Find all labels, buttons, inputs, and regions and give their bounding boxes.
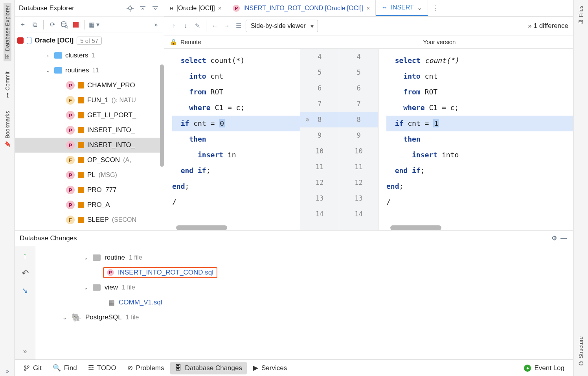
chevron-down-icon[interactable]: ⌄ bbox=[417, 4, 422, 11]
routine-name: OP_SCON bbox=[87, 156, 120, 164]
more-icon[interactable]: » bbox=[151, 20, 161, 29]
proc-badge-icon: P bbox=[233, 5, 240, 12]
tool-tab-label: Structure bbox=[578, 336, 584, 359]
target-icon[interactable] bbox=[125, 4, 135, 13]
expand-icon[interactable]: » bbox=[3, 367, 12, 376]
routine-param: (SECON bbox=[112, 216, 136, 223]
close-icon[interactable]: × bbox=[218, 5, 222, 11]
routine-badge-icon: F bbox=[66, 96, 75, 105]
routine-icon bbox=[78, 97, 84, 103]
routine-name: FUN_1 bbox=[87, 96, 108, 104]
more-icon[interactable]: » bbox=[23, 347, 27, 356]
routine-name: PRO_A bbox=[87, 201, 110, 209]
stop-icon[interactable] bbox=[71, 20, 81, 29]
routine-name: GET_LI_PORT_ bbox=[87, 111, 136, 119]
table-view-icon[interactable]: ▦ ▾ bbox=[89, 20, 99, 29]
svg-point-0 bbox=[129, 7, 132, 10]
minimize-icon[interactable]: — bbox=[559, 234, 568, 243]
changes-tree[interactable]: ⌄ routine 1 file P INSERT_INTO_ROT_COND.… bbox=[35, 246, 573, 359]
routine-item[interactable]: PCHAMMY_PRO bbox=[15, 78, 164, 93]
database-explorer-panel: Database Explorer ＋ ⧉ ⟳ bbox=[15, 0, 164, 230]
bookmark-icon: 🔖 bbox=[4, 141, 11, 147]
routine-item[interactable]: FOP_SCON(A, bbox=[15, 153, 164, 168]
editor-tab[interactable]: P INSERT_INTO_ROT_COND [Oracle [OCI]] × bbox=[227, 0, 376, 16]
status-git[interactable]: Git bbox=[19, 362, 46, 374]
revert-icon[interactable]: ↶ bbox=[22, 268, 29, 278]
status-event-log[interactable]: ● Event Log bbox=[519, 362, 569, 374]
tool-tab-structure[interactable]: ⌬ Structure bbox=[577, 334, 585, 368]
warning-icon: ⊘ bbox=[127, 364, 133, 372]
routine-name: INSERT_INTO_ bbox=[87, 126, 135, 134]
routine-item[interactable]: PGET_LI_PORT_ bbox=[15, 108, 164, 123]
status-services[interactable]: ▶ Services bbox=[248, 361, 292, 374]
remote-code-col[interactable]: select count(*) into cnt from ROT where … bbox=[164, 49, 300, 230]
arrow-up-icon[interactable]: ↑ bbox=[169, 21, 178, 31]
tool-tab-files[interactable]: 🗂 Files bbox=[577, 3, 585, 28]
routine-badge-icon: P bbox=[66, 111, 75, 120]
chevron-down-icon[interactable]: ⌄ bbox=[61, 315, 68, 321]
routine-item[interactable]: PINSERT_INTO_ bbox=[15, 123, 164, 138]
status-find[interactable]: 🔍 Find bbox=[48, 361, 82, 374]
status-db-changes[interactable]: 🗄 Database Changes bbox=[170, 362, 247, 374]
local-code-col[interactable]: select count(*) into cnt from ROT where … bbox=[379, 49, 573, 230]
routine-item[interactable]: PPRO_777 bbox=[15, 182, 164, 197]
editor-pane: e [Oracle [OCI]] × P INSERT_INTO_ROT_CON… bbox=[164, 0, 573, 230]
refresh-icon[interactable]: ⟳ bbox=[48, 20, 57, 29]
view-mode-select[interactable]: Side-by-side viewer bbox=[246, 20, 318, 32]
collapse-all-icon[interactable] bbox=[138, 4, 147, 13]
new-datasource-icon[interactable]: ＋ bbox=[18, 20, 28, 29]
file-name[interactable]: COMM_V1.sql bbox=[119, 299, 162, 306]
tool-tab-commit[interactable]: ⊶ Commit bbox=[4, 69, 11, 101]
routine-name: PL bbox=[87, 171, 96, 179]
submit-icon[interactable]: ↑ bbox=[23, 251, 27, 261]
routine-item[interactable]: PPL(MSG) bbox=[15, 168, 164, 182]
routine-name: INSERT_INTO_ bbox=[87, 141, 135, 149]
tool-tab-bookmarks[interactable]: 🔖 Bookmarks bbox=[4, 109, 11, 150]
list-icon[interactable]: ☰ bbox=[234, 21, 243, 31]
folder-icon bbox=[54, 52, 62, 59]
scrollbar[interactable] bbox=[176, 225, 227, 230]
svg-line-9 bbox=[67, 28, 68, 28]
right-tool-gutter: 🗂 Files ⌬ Structure bbox=[573, 0, 588, 376]
expand-all-icon[interactable] bbox=[151, 4, 160, 13]
back-icon[interactable]: ← bbox=[210, 21, 220, 31]
close-icon[interactable]: × bbox=[367, 5, 370, 11]
routine-param: (MSG) bbox=[99, 171, 117, 179]
datasource-props-icon[interactable] bbox=[59, 20, 69, 29]
editor-tab-active[interactable]: ↔ INSERT ⌄ bbox=[376, 0, 428, 16]
sb-label: Database Changes bbox=[185, 364, 242, 372]
chevron-down-icon[interactable]: ⌄ bbox=[45, 68, 51, 74]
status-todo[interactable]: ☲ TODO bbox=[83, 361, 121, 374]
routine-item[interactable]: PINSERT_INTO_ bbox=[15, 138, 164, 153]
branch-icon bbox=[24, 365, 30, 371]
chevron-down-icon[interactable]: ⌄ bbox=[83, 285, 89, 291]
routine-item[interactable]: PPRO_A bbox=[15, 197, 164, 212]
diff-view[interactable]: » select count(*) into cnt from ROT wher… bbox=[164, 49, 573, 230]
gear-icon[interactable]: ⚙ bbox=[549, 234, 559, 243]
tree-count: 1 bbox=[92, 52, 95, 59]
tool-tab-database-explorer[interactable]: 🗄 Database Explorer bbox=[4, 3, 11, 61]
scrollbar[interactable] bbox=[160, 65, 164, 167]
copy-icon[interactable]: ⧉ bbox=[30, 20, 39, 29]
routine-item[interactable]: FFUN_1(): NATU bbox=[15, 93, 164, 108]
editor-tab[interactable]: e [Oracle [OCI]] × bbox=[164, 0, 227, 16]
database-tree[interactable]: Oracle [OCI] 5 of 57 › clusters 1 ⌄ rout… bbox=[15, 33, 164, 230]
tab-overflow[interactable]: ⋮ bbox=[428, 0, 444, 16]
scrollbar[interactable] bbox=[390, 225, 441, 230]
forward-icon[interactable]: → bbox=[222, 21, 232, 31]
proc-badge-icon: P bbox=[107, 269, 114, 276]
routine-badge-icon: F bbox=[66, 156, 75, 164]
routine-item[interactable]: FSLEEP(SECON bbox=[15, 212, 164, 227]
changed-file-highlighted[interactable]: P INSERT_INTO_ROT_COND.sql bbox=[103, 267, 217, 278]
routine-name: PRO_777 bbox=[87, 186, 117, 194]
files-icon: 🗂 bbox=[578, 20, 584, 25]
merge-left-icon[interactable]: » bbox=[305, 114, 310, 124]
refresh-changes-icon[interactable]: ↘ bbox=[22, 286, 28, 295]
routine-param: (): NATU bbox=[112, 97, 136, 104]
chevron-right-icon[interactable]: › bbox=[45, 53, 51, 59]
routine-name: SLEEP bbox=[87, 216, 109, 224]
edit-icon[interactable]: ✎ bbox=[193, 21, 202, 31]
chevron-down-icon[interactable]: ⌄ bbox=[83, 255, 89, 261]
arrow-down-icon[interactable]: ↓ bbox=[181, 21, 190, 31]
status-problems[interactable]: ⊘ Problems bbox=[123, 361, 169, 374]
